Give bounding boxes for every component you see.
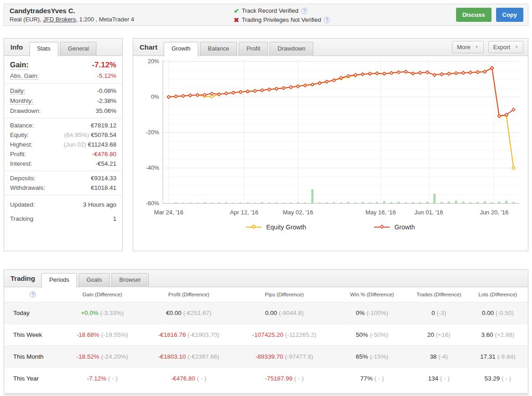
- cell-gain: -18.52% (-24.20%): [62, 346, 143, 368]
- chart-panel-header: Chart GrowthBalanceProfitDrawdown More ▼…: [133, 39, 528, 56]
- cell-value: 65%: [356, 353, 368, 360]
- info-value: €9314.33: [91, 175, 116, 182]
- help-icon[interactable]: ?: [301, 8, 307, 14]
- info-panel: Info StatsGeneral Gain:-7.12%Abs. Gain:-…: [4, 38, 123, 251]
- svg-text:Mar 24, '16: Mar 24, '16: [154, 209, 184, 216]
- cell-value: 20: [427, 331, 434, 338]
- cell-value: 3.60: [481, 331, 493, 338]
- chevron-down-icon: ▼: [475, 45, 479, 49]
- more-dropdown[interactable]: More ▼: [452, 41, 484, 53]
- column-header-trades: Trades (Difference): [410, 287, 468, 302]
- trading-tab-goals[interactable]: Goals: [79, 273, 110, 287]
- chart-tab-drawdown[interactable]: Drawdown: [270, 42, 313, 56]
- cell-difference: (-19.55%): [100, 331, 128, 338]
- cell-difference: ( - ): [292, 375, 304, 382]
- svg-text:0%: 0%: [151, 94, 159, 100]
- privileges-label: Trading Privileges Not Verified: [242, 15, 321, 25]
- trading-tab-browser[interactable]: Browser: [111, 273, 149, 287]
- info-group: Deposits:€9314.33Withdrawals:€1018.41: [4, 171, 122, 195]
- info-row-monthly: Monthly:-2.38%: [4, 96, 122, 106]
- info-row-daily: Daily:-0.08%: [4, 86, 122, 96]
- cell-difference: (-24.20%): [100, 353, 128, 360]
- cell-difference: (-50%): [368, 331, 388, 338]
- cell-profit: -€1803.10 (-€2397.66): [143, 346, 235, 368]
- chart-panel: Chart GrowthBalanceProfitDrawdown More ▼…: [133, 38, 528, 251]
- cell-difference: (-4): [437, 353, 448, 360]
- info-tab-general[interactable]: General: [60, 42, 96, 56]
- chart-body: 20%0%-20%-40%-60%Mar 24, '16Apr 12, '16M…: [133, 56, 528, 231]
- cell-difference: ( - ): [195, 375, 206, 382]
- cell-value: -75187.99: [265, 375, 293, 382]
- account-type: Real (EUR),: [10, 16, 43, 23]
- chart-controls: More ▼ Export ▼: [452, 41, 523, 53]
- cell-trades: 38 (-4): [410, 346, 468, 368]
- trading-tabs: PeriodsGoalsBrowser: [41, 273, 149, 287]
- chart-tab-profit[interactable]: Profit: [239, 42, 268, 56]
- info-group: Balance:€7819.12Equity:(64.95%) €5078.54…: [4, 118, 122, 171]
- bottom-divider: [5, 393, 527, 396]
- export-label: Export: [493, 44, 511, 51]
- export-dropdown[interactable]: Export ▼: [488, 41, 524, 53]
- track-record-label: Track Record Verified: [242, 6, 299, 15]
- svg-text:-60%: -60%: [146, 200, 159, 207]
- growth-chart: 20%0%-20%-40%-60%Mar 24, '16Apr 12, '16M…: [134, 57, 527, 217]
- trading-tab-periods[interactable]: Periods: [41, 273, 77, 288]
- copy-button[interactable]: Copy: [496, 8, 524, 22]
- track-record-row: ✔ Track Record Verified ?: [234, 6, 456, 15]
- cell-profit: -€476.80 ( - ): [143, 368, 235, 390]
- info-label[interactable]: Daily:: [10, 87, 25, 95]
- cell-value: 0.00: [265, 310, 277, 316]
- legend-item-equity-growth[interactable]: Equity Growth: [246, 223, 306, 231]
- cell-difference: ( - ): [106, 375, 118, 382]
- info-label[interactable]: Gain:: [10, 61, 29, 70]
- cell-difference: ( - ): [438, 375, 450, 382]
- info-row-interest: Interest:-€54.21: [4, 159, 122, 168]
- discuss-button[interactable]: Discuss: [456, 8, 492, 22]
- cell-difference: (-3): [435, 310, 447, 316]
- cell-value: -€476.80: [171, 375, 195, 382]
- chart-tab-growth[interactable]: Growth: [164, 42, 198, 56]
- svg-text:-20%: -20%: [146, 129, 159, 136]
- cell-difference: (+16): [434, 331, 451, 338]
- help-icon[interactable]: ?: [30, 291, 36, 298]
- info-group: Daily:-0.08%Monthly:-2.38%Drawdown:35.06…: [4, 83, 122, 118]
- info-label[interactable]: Abs. Gain:: [10, 72, 39, 80]
- cell-difference: (-€251.67): [181, 310, 211, 316]
- info-row-withdrawals: Withdrawals:€1018.41: [4, 183, 122, 193]
- period-label: Today: [4, 302, 62, 324]
- info-label: Balance:: [10, 122, 34, 129]
- cell-value: 134: [428, 375, 438, 382]
- account-leverage-platform: , 1:200 , MetaTrader 4: [76, 16, 134, 23]
- trading-panel-title: Trading: [9, 274, 41, 282]
- cell-value: -€1816.76: [158, 331, 186, 338]
- info-value: -7.12%: [92, 61, 116, 70]
- cell-value: -7.12%: [87, 375, 106, 382]
- trading-panel: Trading PeriodsGoalsBrowser ?Gain (Diffe…: [4, 269, 528, 395]
- cell-profit: -€1816.76 (-€1903.70): [143, 324, 235, 346]
- chart-tab-balance[interactable]: Balance: [200, 42, 237, 56]
- info-row-gain: Gain:-7.12%: [4, 59, 122, 71]
- cell-value: -107425.20: [252, 331, 283, 338]
- check-icon: ✔: [234, 6, 239, 15]
- chevron-down-icon: ▼: [515, 45, 518, 49]
- info-panel-title: Info: [9, 43, 30, 51]
- info-value: €1018.41: [91, 184, 116, 191]
- column-header-profit: Profit (Difference): [143, 287, 235, 302]
- table-header-row: ?Gain (Difference)Profit (Difference)Pip…: [4, 287, 528, 302]
- cell-difference: (-100%): [365, 310, 388, 316]
- help-icon[interactable]: ?: [324, 17, 330, 23]
- cell-value: -89339.70: [256, 353, 283, 360]
- cell-value: 53.29: [484, 375, 500, 382]
- legend-item-growth[interactable]: Growth: [374, 223, 415, 231]
- info-tab-stats[interactable]: Stats: [30, 42, 59, 56]
- cell-difference: (-112265.2): [283, 331, 316, 338]
- info-group: Updated:3 Hours agoTracking1: [4, 195, 122, 228]
- broker-link[interactable]: JFD Brokers: [43, 16, 76, 23]
- info-label: Highest:: [10, 141, 33, 148]
- info-value: 3 Hours ago: [83, 201, 116, 208]
- info-value: -2.38%: [97, 97, 116, 104]
- cell-win: 50% (-50%): [334, 324, 410, 346]
- svg-text:May 16, '16: May 16, '16: [366, 209, 396, 216]
- trading-panel-header: Trading PeriodsGoalsBrowser: [4, 270, 528, 287]
- info-label[interactable]: Monthly:: [10, 97, 33, 105]
